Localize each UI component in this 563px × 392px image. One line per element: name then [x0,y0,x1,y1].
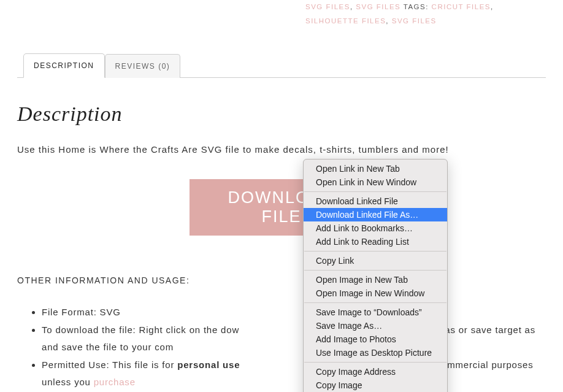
text-fragment: To download the file: Right click on the… [42,325,239,335]
ctx-separator [304,302,446,303]
tab-content-description: Description Use this Home is Where the C… [17,78,546,392]
ctx-separator [304,191,446,192]
ctx-download-linked-file[interactable]: Download Linked File [304,194,447,208]
list-item: File Format: SVG [42,304,546,321]
ctx-save-image-as[interactable]: Save Image As… [304,319,447,332]
ctx-separator [304,270,446,271]
meta-sep: , [350,3,356,10]
ctx-open-image-new-tab[interactable]: Open Image in New Tab [304,273,447,286]
intro-text: Use this Home is Where the Crafts Are SV… [17,144,546,155]
ctx-copy-image-address[interactable]: Copy Image Address [304,365,447,379]
tags-label: TAGS: [400,3,431,10]
tabs-bar: DESCRIPTION REVIEWS (0) [17,53,546,78]
ctx-open-link-new-window[interactable]: Open Link in New Window [304,175,447,189]
ctx-open-image-new-window[interactable]: Open Image in New Window [304,286,447,300]
ctx-separator [304,251,446,252]
meta-sep: , [386,17,391,25]
context-menu: Open Link in New Tab Open Link in New Wi… [303,159,448,392]
bold-text: personal use [177,359,240,370]
product-meta: SVG FILES, SVG FILES TAGS: CRICUT FILES,… [17,0,546,28]
ctx-add-image-photos[interactable]: Add Image to Photos [304,332,447,346]
tag-link-2[interactable]: SILHOUETTE FILES [305,17,386,25]
tag-link-1[interactable]: CRICUT FILES [432,3,491,10]
list-item: To download the file: Right click on the… [42,321,546,356]
text-fragment: Permitted Use: This file is for [42,359,177,370]
ctx-download-linked-file-as[interactable]: Download Linked File As… [304,208,447,221]
tag-link-3[interactable]: SVG FILES [392,17,437,25]
ctx-copy-link[interactable]: Copy Link [304,254,447,267]
list-item: Permitted Use: This file is for personal… [42,356,546,391]
ctx-open-link-new-tab[interactable]: Open Link in New Tab [304,162,447,175]
ctx-use-image-desktop[interactable]: Use Image as Desktop Picture [304,346,447,359]
meta-sep: , [491,3,494,10]
tab-description[interactable]: DESCRIPTION [23,53,105,78]
ctx-separator [304,362,446,363]
description-heading: Description [17,102,546,126]
purchase-link[interactable]: purchase [94,377,136,387]
ctx-save-image-downloads[interactable]: Save Image to “Downloads” [304,306,447,319]
tab-reviews[interactable]: REVIEWS (0) [105,54,181,78]
ctx-copy-image[interactable]: Copy Image [304,379,447,392]
section-heading: OTHER INFORMATION AND USAGE: [17,275,546,285]
ctx-add-link-reading-list[interactable]: Add Link to Reading List [304,235,447,248]
info-list: File Format: SVG To download the file: R… [17,304,546,392]
category-link-1[interactable]: SVG FILES [305,3,350,10]
ctx-add-link-bookmarks[interactable]: Add Link to Bookmarks… [304,221,447,235]
category-link-2[interactable]: SVG FILES [356,3,400,10]
